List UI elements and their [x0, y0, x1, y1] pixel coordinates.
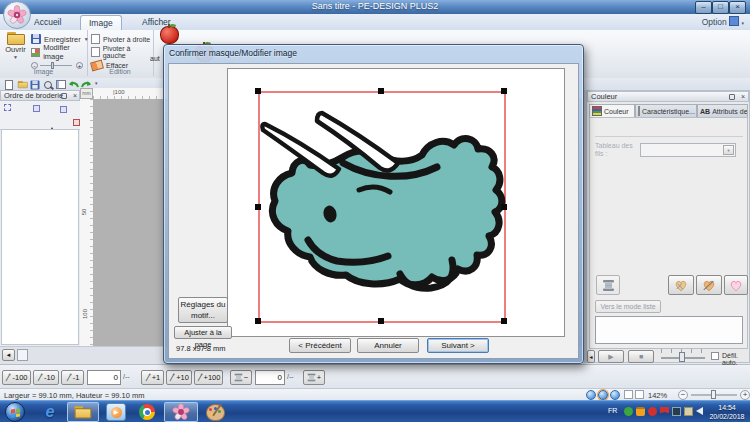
move-frame-forward-button[interactable] — [56, 102, 67, 113]
start-button[interactable] — [3, 402, 27, 422]
option-button[interactable]: Option ▾ — [702, 16, 744, 28]
app-logo-button[interactable] — [3, 1, 31, 29]
tray-lock-icon[interactable] — [636, 407, 645, 416]
tab-couleur[interactable]: Couleur — [589, 104, 635, 117]
maximize-button[interactable]: □ — [712, 1, 729, 14]
zoom-mode-button-1[interactable] — [586, 390, 596, 400]
mask-handle-top-mid[interactable] — [378, 88, 384, 94]
thread-chart-dropdown[interactable]: ▼ — [640, 143, 736, 157]
tray-clipboard-icon[interactable] — [684, 407, 693, 416]
open-button[interactable]: Ouvrir ▼ — [2, 32, 29, 60]
rotate-right-button[interactable]: Pivoter à droite — [91, 33, 150, 45]
stitch-heart-button[interactable] — [696, 275, 722, 295]
plus-icon: + — [317, 371, 321, 384]
undo-button[interactable] — [67, 79, 80, 90]
mask-handle-mid-right[interactable] — [501, 204, 507, 210]
rotate-left-button[interactable]: Pivoter à gauche — [91, 46, 153, 58]
zoom-tool-button[interactable] — [41, 79, 54, 90]
mask-handle-bottom-left[interactable] — [255, 318, 261, 324]
color-fwd-button[interactable]: + — [303, 370, 325, 385]
toolbar-overflow-button[interactable]: ▾ — [95, 80, 98, 86]
previous-button[interactable]: < Précédent — [289, 338, 351, 353]
stitch-count-field[interactable]: 0 — [87, 370, 121, 385]
scrollbar-thumb[interactable] — [17, 349, 28, 361]
tab-caracteristique[interactable]: Caractéristique... — [635, 104, 697, 117]
taskbar-ie-button[interactable]: e — [36, 402, 64, 422]
tab-accueil[interactable]: Accueil — [26, 15, 69, 29]
thread-spool-button[interactable] — [596, 275, 620, 295]
move-frame-back-button[interactable] — [30, 102, 41, 113]
fit-width-button[interactable] — [635, 390, 644, 399]
applique-heart-button[interactable] — [668, 275, 694, 295]
new-document-button[interactable] — [2, 79, 15, 90]
pin-icon[interactable] — [61, 93, 67, 99]
mask-handle-mid-left[interactable] — [255, 204, 261, 210]
zoom-slider-thumb[interactable] — [711, 390, 716, 399]
tab-attributs-texte[interactable]: AB Attributs de te... — [697, 104, 748, 117]
panel-close-icon[interactable]: × — [741, 92, 745, 102]
tab-image[interactable]: Image — [80, 15, 122, 30]
stitch-fwd-1-button[interactable]: +1 — [141, 370, 164, 385]
color-back-button[interactable]: − — [230, 370, 252, 385]
color-count-field[interactable]: 0 — [255, 370, 285, 385]
frame-option-button[interactable] — [70, 116, 81, 127]
scroll-start-button[interactable]: ◄ — [2, 349, 15, 361]
mask-handle-bottom-mid[interactable] — [378, 318, 384, 324]
mask-handle-top-right[interactable] — [501, 88, 507, 94]
stitch-back-1-button[interactable]: -1 — [61, 370, 84, 385]
auto-scroll-checkbox[interactable] — [711, 352, 719, 360]
mask-handle-top-left[interactable] — [255, 88, 261, 94]
panel-view-button[interactable] — [54, 79, 67, 90]
open-file-button[interactable] — [15, 79, 28, 90]
list-mode-label: Vers le mode liste — [600, 303, 655, 310]
zoom-out-button[interactable]: − — [678, 390, 688, 400]
sewing-order-list[interactable] — [1, 129, 79, 345]
outline-heart-button[interactable] — [724, 275, 748, 295]
pattern-settings-button[interactable]: Réglages du motif... — [178, 297, 228, 323]
taskbar-wmp-button[interactable]: ▶ — [102, 402, 130, 422]
sample-apple-image[interactable] — [160, 26, 179, 44]
taskbar-chrome-button[interactable] — [133, 402, 161, 422]
tray-speaker-icon[interactable] — [696, 407, 703, 415]
fit-to-page-button[interactable]: Ajuster à la page — [174, 326, 232, 339]
speed-slider-thumb[interactable] — [679, 352, 685, 362]
stitch-back-10-button[interactable]: -10 — [33, 370, 59, 385]
zoom-mode-button-3[interactable] — [610, 390, 620, 400]
color-list-box[interactable] — [595, 316, 743, 344]
chevron-down-icon[interactable]: ▼ — [723, 145, 734, 155]
pin-icon[interactable] — [729, 94, 735, 100]
zoom-in-button[interactable]: + — [740, 390, 750, 400]
pointer-tool-button[interactable] — [48, 117, 56, 127]
tray-antivirus-icon[interactable] — [648, 407, 657, 416]
taskbar-clock[interactable]: 14:54 20/02/2018 — [706, 403, 748, 421]
minimize-button[interactable]: – — [695, 1, 712, 14]
language-indicator[interactable]: FR — [608, 407, 617, 414]
stitch-fwd-10-button[interactable]: +10 — [166, 370, 192, 385]
play-button[interactable]: ▶ — [598, 350, 624, 363]
tray-display-icon[interactable] — [672, 407, 681, 416]
list-mode-button[interactable]: Vers le mode liste — [595, 300, 661, 313]
next-button[interactable]: Suivant > — [427, 338, 489, 353]
tray-flag-icon[interactable] — [660, 407, 669, 416]
stitch-back-100-button[interactable]: -100 — [2, 370, 31, 385]
save-file-button[interactable] — [28, 79, 41, 90]
image-preview-panel[interactable] — [227, 68, 565, 337]
taskbar-explorer-button[interactable] — [67, 402, 99, 422]
go-to-start-button[interactable]: ◄ — [587, 350, 595, 363]
ruler-origin-button[interactable]: mm — [80, 88, 93, 99]
cancel-button[interactable]: Annuler — [357, 338, 419, 353]
chevron-down-icon: ▾ — [95, 80, 98, 86]
zoom-mode-button-2[interactable] — [598, 390, 608, 400]
panel-close-icon[interactable]: × — [73, 91, 77, 101]
close-button[interactable]: × — [729, 1, 746, 14]
modify-image-button[interactable]: Modifier image — [31, 46, 87, 58]
mask-handle-bottom-right[interactable] — [501, 318, 507, 324]
select-all-frames-button[interactable] — [2, 102, 13, 113]
taskbar-pedesign-button[interactable] — [164, 402, 198, 422]
stitch-fwd-100-button[interactable]: +100 — [194, 370, 223, 385]
sewing-order-panel: Ordre de broderie × — [0, 90, 80, 363]
stop-button[interactable]: ■ — [628, 350, 654, 363]
taskbar-paint-button[interactable] — [201, 402, 229, 422]
fit-page-button[interactable] — [624, 390, 633, 399]
tray-safely-remove-icon[interactable] — [624, 407, 633, 416]
